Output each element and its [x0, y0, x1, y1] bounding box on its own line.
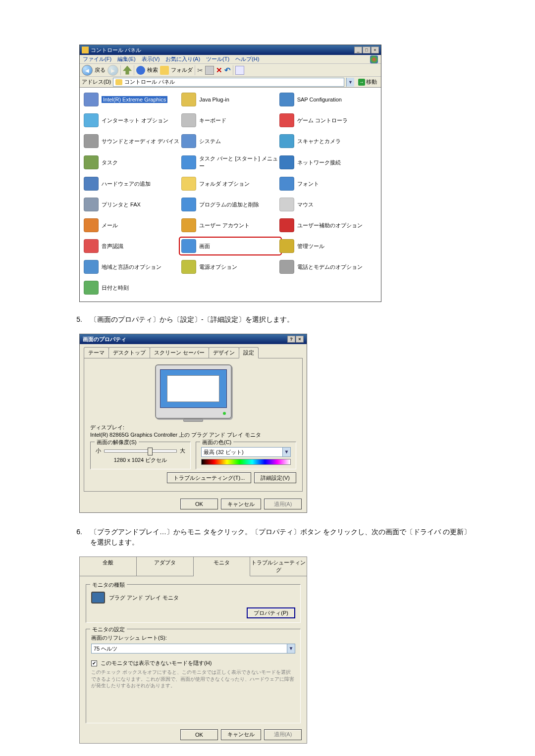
monitor-preview: [155, 364, 232, 419]
cpl-label: プリンタと FAX: [102, 201, 141, 208]
undo-icon[interactable]: ↶: [224, 66, 231, 75]
cpl-item[interactable]: 地域と言語のオプション: [84, 260, 181, 274]
tab-3[interactable]: デザイン: [209, 347, 239, 358]
addr-dropdown-icon[interactable]: ▼: [346, 78, 354, 87]
res-slider[interactable]: [104, 449, 177, 454]
mon-tabs: 全般アダプタモニタトラブルシューティング: [80, 557, 307, 576]
close-button[interactable]: ×: [371, 47, 379, 53]
maximize-button[interactable]: □: [363, 47, 371, 53]
up-icon[interactable]: [123, 66, 132, 75]
cpl-icon: [279, 260, 294, 274]
refresh-combo[interactable]: 75 ヘルツ ▼: [91, 644, 295, 654]
back-button[interactable]: ◀: [82, 65, 93, 76]
cpl-item[interactable]: Intel(R) Extreme Graphics: [84, 93, 181, 106]
cpl-item[interactable]: 音声認識: [84, 239, 181, 253]
tab-2[interactable]: スクリーン セーバー: [150, 347, 209, 358]
cpl-icon: [181, 239, 196, 253]
cpl-item[interactable]: ネットワーク接続: [279, 155, 377, 170]
mtype-title: モニタの種類: [90, 581, 127, 589]
cpl-item[interactable]: スキャナとカメラ: [279, 134, 377, 148]
cpl-item[interactable]: ゲーム コントローラ: [279, 113, 377, 127]
tab-1[interactable]: デスクトップ: [108, 347, 150, 358]
tab-0[interactable]: テーマ: [84, 347, 109, 358]
cpl-item[interactable]: 電源オプション: [181, 260, 279, 274]
cp-title: コントロール パネル: [91, 47, 141, 54]
cpl-item[interactable]: 日付と時刻: [84, 281, 181, 295]
mtab-0[interactable]: 全般: [80, 557, 137, 576]
cpl-icon: [279, 177, 294, 191]
cpl-item[interactable]: マウス: [279, 198, 377, 211]
help-button[interactable]: ?: [287, 336, 295, 343]
dropdown-icon: ▼: [287, 644, 295, 653]
search-label: 検索: [147, 66, 158, 74]
menu-fav[interactable]: お気に入り(A): [165, 55, 200, 63]
cpl-label: 地域と言語のオプション: [102, 263, 161, 271]
cut-icon[interactable]: ✂: [197, 66, 203, 74]
cpl-item[interactable]: フォント: [279, 177, 377, 191]
menu-view[interactable]: 表示(V): [142, 55, 160, 63]
color-title: 画面の色(C): [200, 439, 233, 446]
go-label: 移動: [366, 78, 377, 86]
menu-tools[interactable]: ツール(T): [206, 55, 229, 63]
go-button[interactable]: 移動: [356, 78, 379, 87]
cpl-item[interactable]: インターネット オプション: [84, 113, 181, 127]
cpl-item[interactable]: メール: [84, 218, 181, 232]
cpl-item[interactable]: 電話とモデムのオプション: [279, 260, 377, 274]
copy-icon[interactable]: [205, 66, 214, 75]
cpl-item[interactable]: フォルダ オプション: [181, 177, 279, 191]
search-icon[interactable]: [136, 66, 145, 75]
mtab-3[interactable]: トラブルシューティング: [250, 557, 307, 576]
color-group: 画面の色(C) 最高 (32 ビット) ▼: [196, 442, 296, 469]
menu-edit[interactable]: 編集(E): [117, 55, 136, 63]
cpl-label: SAP Configuration: [297, 97, 342, 102]
cpl-label: 画面: [199, 243, 210, 250]
cpl-item[interactable]: システム: [181, 134, 279, 148]
cpl-item[interactable]: ユーザー補助のオプション: [279, 218, 377, 232]
mtab-2[interactable]: モニタ: [194, 557, 251, 576]
monitor-icon: [91, 592, 105, 604]
ok-button[interactable]: OK: [180, 499, 218, 509]
cpl-icon: [181, 218, 196, 232]
cancel-button[interactable]: キャンセル: [221, 499, 261, 509]
folders-icon[interactable]: [160, 66, 169, 75]
cpl-item[interactable]: ユーザー アカウント: [181, 218, 279, 232]
cpl-label: ユーザー アカウント: [199, 222, 250, 229]
cpl-label: サウンドとオーディオ デバイス: [102, 138, 179, 145]
monitor-properties-dialog: 全般アダプタモニタトラブルシューティング モニタの種類 プラグ アンド プレイ …: [79, 556, 307, 744]
cpl-item[interactable]: SAP Configuration: [279, 93, 377, 106]
delete-icon[interactable]: ✕: [216, 66, 222, 75]
cpl-item[interactable]: 画面: [180, 238, 280, 254]
tab-4[interactable]: 設定: [239, 347, 259, 358]
color-combo[interactable]: 最高 (32 ビット) ▼: [201, 447, 291, 457]
cpl-icon: [84, 113, 99, 127]
cpl-item[interactable]: 管理ツール: [279, 239, 377, 253]
hide-note: このチェック ボックスをオフにすると、このモニタでは正しく表示できないモードを選…: [91, 669, 295, 689]
cpl-label: プログラムの追加と削除: [199, 201, 259, 208]
cpl-icon: [84, 218, 99, 232]
cpl-item[interactable]: プリンタと FAX: [84, 198, 181, 211]
apply-button[interactable]: 適用(A): [264, 499, 302, 509]
close-button[interactable]: ×: [296, 336, 304, 343]
cpl-item[interactable]: タスク バーと [スタート] メニュー: [181, 155, 279, 170]
views-icon[interactable]: [235, 66, 244, 75]
advanced-button[interactable]: 詳細設定(V): [254, 472, 296, 483]
cpl-item[interactable]: Java Plug-in: [181, 93, 279, 106]
trouble-button[interactable]: トラブルシューティング(T)...: [167, 472, 251, 483]
menu-file[interactable]: ファイル(F): [83, 55, 111, 63]
cpl-item[interactable]: キーボード: [181, 113, 279, 127]
hide-check[interactable]: ✔: [91, 660, 97, 666]
addr-input[interactable]: コントロール パネル: [113, 78, 344, 87]
ok-button[interactable]: OK: [180, 729, 218, 740]
properties-button[interactable]: プロパティ(P): [247, 607, 295, 618]
cancel-button[interactable]: キャンセル: [221, 729, 261, 740]
cpl-item[interactable]: ハードウェアの追加: [84, 177, 181, 191]
apply-button[interactable]: 適用(A): [264, 729, 302, 740]
cpl-item[interactable]: タスク: [84, 155, 181, 170]
cpl-item[interactable]: サウンドとオーディオ デバイス: [84, 134, 181, 148]
forward-button[interactable]: ▶: [107, 65, 118, 76]
minimize-button[interactable]: _: [354, 47, 362, 53]
menu-help[interactable]: ヘルプ(H): [235, 55, 259, 63]
mtab-1[interactable]: アダプタ: [137, 557, 194, 576]
folders-label: フォルダ: [171, 66, 193, 74]
cpl-item[interactable]: プログラムの追加と削除: [181, 198, 279, 211]
